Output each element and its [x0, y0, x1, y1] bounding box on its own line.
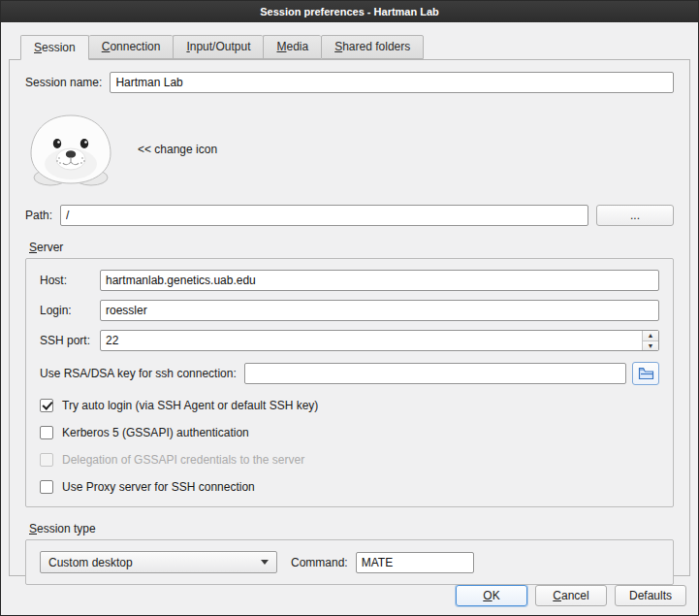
chevron-down-icon: [261, 560, 269, 565]
titlebar[interactable]: Session preferences - Hartman Lab: [1, 1, 698, 22]
spin-down-icon[interactable]: ▼: [643, 341, 658, 351]
proxy-label: Use Proxy server for SSH connection: [62, 480, 255, 494]
host-label: Host:: [40, 274, 100, 287]
proxy-row: Use Proxy server for SSH connection: [40, 479, 659, 495]
tab-connection[interactable]: Connection: [89, 35, 174, 59]
session-icon-row: << change icon: [25, 111, 674, 188]
gssapi-delegation-row: Delegation of GSSAPI credentials to the …: [40, 452, 659, 468]
session-type-groupbox: Custom desktop Command:: [25, 539, 674, 585]
path-row: Path: ...: [25, 205, 674, 226]
auto-login-checkbox[interactable]: [40, 399, 53, 412]
ssh-port-input[interactable]: [100, 330, 659, 351]
dialog-button-row: OK Cancel Defaults: [456, 585, 686, 606]
gssapi-delegation-checkbox: [40, 453, 53, 467]
ok-button[interactable]: OK: [456, 585, 527, 606]
rsa-key-label: Use RSA/DSA key for ssh connection:: [40, 367, 237, 380]
session-type-dropdown[interactable]: Custom desktop: [40, 551, 277, 573]
path-label: Path:: [25, 209, 52, 222]
tab-media[interactable]: Media: [263, 35, 321, 59]
kerberos-checkbox[interactable]: [40, 426, 53, 439]
tab-session[interactable]: Session: [20, 35, 89, 60]
session-preferences-dialog: Session preferences - Hartman Lab Sessio…: [0, 0, 699, 616]
cancel-button[interactable]: Cancel: [535, 585, 607, 606]
dialog-content: Session Connection Input/Output Media Sh…: [1, 22, 698, 576]
kerberos-row: Kerberos 5 (GSSAPI) authentication: [40, 425, 659, 440]
gssapi-delegation-label: Delegation of GSSAPI credentials to the …: [62, 453, 304, 467]
login-label: Login:: [40, 304, 100, 317]
session-tab-panel: Session name:: [9, 59, 690, 576]
auto-login-row: Try auto login (via SSH Agent or default…: [40, 398, 659, 413]
rsa-key-row: Use RSA/DSA key for ssh connection:: [40, 362, 659, 385]
tab-input-output[interactable]: Input/Output: [173, 35, 263, 59]
session-name-input[interactable]: [110, 72, 674, 93]
server-groupbox: Host: Login: SSH port: ▲ ▼: [25, 258, 674, 507]
rsa-key-input[interactable]: [244, 363, 626, 384]
folder-open-icon: [638, 367, 654, 380]
server-group-title: Server: [29, 241, 63, 254]
proxy-checkbox[interactable]: [40, 480, 53, 494]
spin-up-icon[interactable]: ▲: [643, 331, 658, 341]
path-browse-button[interactable]: ...: [596, 205, 674, 226]
login-row: Login:: [40, 300, 659, 321]
ssh-port-row: SSH port: ▲ ▼: [40, 330, 659, 351]
tab-shared-folders[interactable]: Shared folders: [321, 35, 424, 59]
session-name-label: Session name:: [25, 76, 102, 89]
ssh-port-label: SSH port:: [40, 334, 100, 347]
session-type-group-title: Session type: [29, 522, 96, 535]
ssh-port-spinbox: ▲ ▼: [100, 330, 659, 351]
kerberos-label: Kerberos 5 (GSSAPI) authentication: [62, 426, 249, 439]
seal-mascot-icon[interactable]: [27, 112, 114, 187]
host-input[interactable]: [100, 270, 659, 291]
defaults-button[interactable]: Defaults: [615, 585, 686, 606]
path-input[interactable]: [60, 205, 588, 226]
command-input[interactable]: [356, 552, 474, 573]
window-title: Session preferences - Hartman Lab: [260, 6, 439, 17]
session-type-value: Custom desktop: [48, 556, 255, 569]
change-icon-hint[interactable]: << change icon: [138, 143, 217, 156]
rsa-key-browse-button[interactable]: [632, 362, 659, 385]
ssh-port-stepper: ▲ ▼: [642, 331, 658, 350]
login-input[interactable]: [100, 300, 659, 321]
command-label: Command:: [291, 556, 348, 569]
host-row: Host:: [40, 270, 659, 291]
auto-login-label: Try auto login (via SSH Agent or default…: [62, 399, 318, 412]
tab-bar: Session Connection Input/Output Media Sh…: [20, 35, 690, 59]
session-name-row: Session name:: [25, 72, 674, 93]
